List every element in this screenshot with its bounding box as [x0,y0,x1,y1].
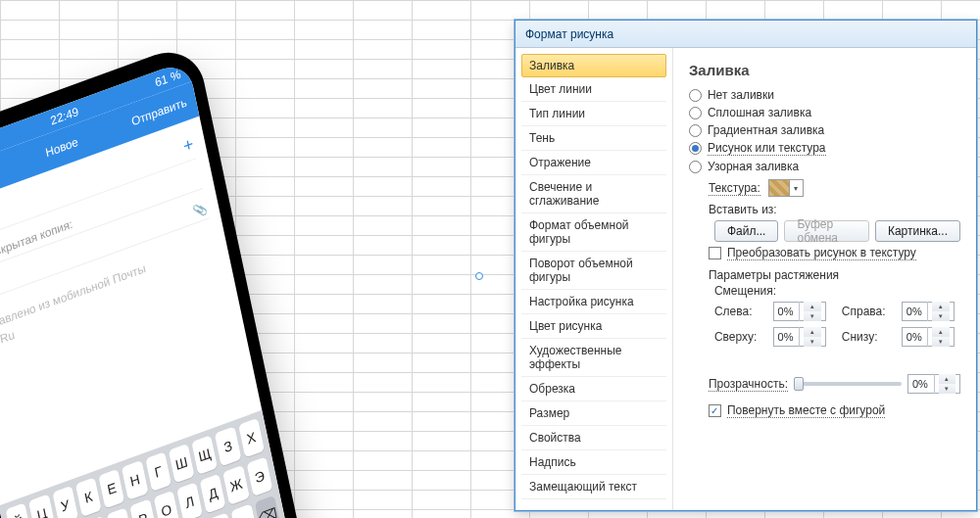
rotate-label: Повернуть вместе с фигурой [727,403,885,418]
sidebar-item-7[interactable]: Поворот объемной фигуры [521,252,666,290]
transparency-input[interactable]: 0%▴▾ [907,374,960,394]
tile-checkbox[interactable] [709,247,721,259]
offset-bottom-input[interactable]: 0%▴▾ [902,327,955,347]
key-Н[interactable]: Н [122,460,148,500]
add-contact-icon[interactable]: + [181,133,195,157]
offset-top-input[interactable]: 0%▴▾ [773,327,826,347]
dialog-sidebar: ЗаливкаЦвет линииТип линииТеньОтражениеС… [515,48,673,510]
fill-radio-2[interactable]: Градиентная заливка [689,123,960,137]
key-Д[interactable]: Д [200,474,226,514]
key-Х[interactable]: Х [238,418,265,458]
offset-bottom-label: Снизу: [842,330,892,344]
radio-icon [689,142,702,155]
key-З[interactable]: З [215,426,241,466]
sidebar-item-10[interactable]: Художественные эффекты [521,339,666,377]
clipart-button[interactable]: Картинка... [875,220,960,242]
texture-label: Текстура: [709,181,760,196]
pane-heading: Заливка [689,62,960,78]
sidebar-item-1[interactable]: Цвет линии [521,77,666,102]
sidebar-item-12[interactable]: Размер [521,401,666,426]
key-Е[interactable]: Е [98,469,124,509]
key-У[interactable]: У [52,486,78,518]
key-Й[interactable]: Й [5,502,31,518]
selection-handle[interactable] [475,272,483,280]
key-К[interactable]: К [75,477,102,517]
key-Ш[interactable]: Ш [169,444,195,484]
offsets-label: Смещения: [714,284,960,298]
format-picture-dialog: Формат рисунка ЗаливкаЦвет линииТип лини… [514,20,977,511]
sidebar-item-2[interactable]: Тип линии [521,102,666,126]
offset-right-input[interactable]: 0%▴▾ [902,302,955,321]
radio-label: Нет заливки [708,88,774,102]
radio-label: Узорная заливка [708,160,799,173]
sidebar-item-14[interactable]: Надпись [521,450,666,475]
radio-icon [689,89,702,102]
dialog-titlebar[interactable]: Формат рисунка [515,21,976,48]
fill-radio-1[interactable]: Сплошная заливка [689,106,960,119]
key-Щ[interactable]: Щ [191,435,218,475]
sidebar-item-3[interactable]: Тень [521,126,666,151]
key-Б[interactable]: Б [208,512,234,518]
sidebar-item-6[interactable]: Формат объемной фигуры [521,213,666,252]
key-Ж[interactable]: Ж [223,465,250,505]
radio-label: Рисунок или текстура [708,141,826,156]
sidebar-item-13[interactable]: Свойства [521,426,666,450]
fill-radio-4[interactable]: Узорная заливка [689,160,960,173]
radio-label: Градиентная заливка [708,123,824,137]
fill-radio-0[interactable]: Нет заливки [689,88,960,102]
key-П[interactable]: П [107,507,133,518]
key-Ю[interactable]: Ю [231,503,258,518]
key-Р[interactable]: Р [130,498,157,518]
key-О[interactable]: О [153,491,179,518]
sidebar-item-15[interactable]: Замещающий текст [521,475,666,499]
sidebar-item-8[interactable]: Настройка рисунка [521,290,666,314]
transparency-label: Прозрачность: [709,377,788,392]
radio-icon [689,107,702,119]
stretch-group-label: Параметры растяжения [709,268,960,282]
tile-label: Преобразовать рисунок в текстуру [727,246,916,260]
key-Л[interactable]: Л [176,482,203,518]
clipboard-button: Буфер обмена [784,220,868,242]
texture-swatch[interactable] [768,179,790,197]
offset-left-label: Слева: [714,305,763,318]
sidebar-item-9[interactable]: Цвет рисунка [521,314,666,339]
sidebar-item-4[interactable]: Отражение [521,151,666,175]
sidebar-item-0[interactable]: Заливка [521,54,666,77]
sidebar-item-5[interactable]: Свечение и сглаживание [521,175,666,213]
key-Ц[interactable]: Ц [28,494,55,518]
radio-label: Сплошная заливка [708,106,811,119]
offset-right-label: Справа: [842,305,892,318]
fill-radios: Нет заливкиСплошная заливкаГрадиентная з… [689,88,960,173]
key-Э[interactable]: Э [246,456,272,496]
sidebar-item-11[interactable]: Обрезка [521,377,666,401]
transparency-slider[interactable] [794,382,902,386]
backspace-key[interactable]: ⌫ [255,495,281,518]
rotate-checkbox[interactable]: ✓ [709,404,721,417]
offset-left-input[interactable]: 0%▴▾ [773,302,826,321]
fill-radio-3[interactable]: Рисунок или текстура [689,141,960,156]
radio-icon [689,161,702,173]
file-button[interactable]: Файл... [714,220,779,242]
radio-icon [689,124,702,137]
attach-icon[interactable]: 📎 [191,201,208,219]
dialog-title: Формат рисунка [525,27,613,41]
key-Г[interactable]: Г [145,451,172,492]
offset-top-label: Сверху: [714,330,763,344]
texture-dropdown-icon[interactable]: ▾ [790,179,804,197]
insert-from-label: Вставить из: [709,203,960,216]
